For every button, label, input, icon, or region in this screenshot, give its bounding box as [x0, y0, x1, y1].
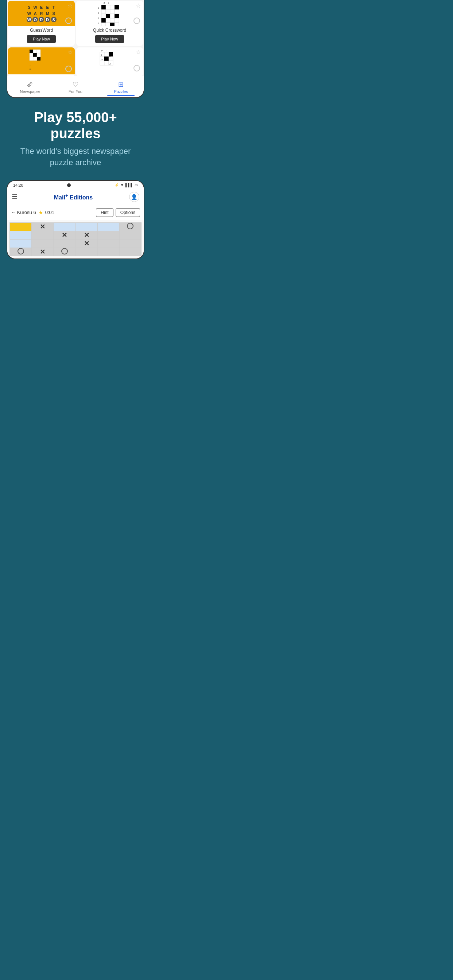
svg-rect-34 [37, 57, 40, 60]
radio-icon [65, 65, 72, 72]
svg-rect-17 [115, 14, 119, 18]
tile: E [39, 5, 44, 10]
grid-cell[interactable] [119, 231, 141, 239]
nav-newspaper[interactable]: 🗞 Newspaper [7, 80, 53, 96]
grid-cell[interactable]: ✕ [75, 239, 97, 248]
promo-subtitle: The world's biggest newspaper puzzle arc… [9, 146, 142, 169]
svg-rect-19 [106, 18, 110, 22]
grid-cell[interactable] [54, 223, 75, 231]
svg-rect-24 [110, 22, 115, 26]
grid-icon: ⊞ [118, 81, 124, 89]
guessword-play-button[interactable]: Play Now [27, 35, 56, 43]
grid-cell[interactable] [119, 248, 141, 256]
card3-svg: 1 17 22 [29, 49, 54, 75]
camera-dot [67, 183, 71, 187]
tile: S [51, 11, 57, 16]
hint-button[interactable]: Hint [96, 208, 113, 217]
star-icon: ☆ [136, 2, 141, 9]
puzzles-label: Puzzles [114, 89, 128, 94]
for-you-label: For You [69, 89, 83, 94]
grid-cell[interactable] [97, 239, 119, 248]
svg-rect-29 [30, 53, 33, 57]
options-button[interactable]: Options [116, 208, 140, 217]
star-icon: ☆ [67, 49, 73, 56]
grid-cell[interactable] [75, 223, 97, 231]
menu-icon[interactable]: ☰ [12, 193, 18, 201]
svg-text:12: 12 [100, 58, 103, 60]
grid-cell[interactable] [32, 239, 54, 248]
quick-crossword-title: Quick Crossword [93, 28, 126, 33]
back-button[interactable]: ← Kurosu 6 [11, 210, 36, 215]
grid-cell[interactable]: ✕ [75, 231, 97, 239]
quick-crossword-card: 2 3 1 4 6 8 [76, 1, 143, 46]
tile: R [39, 17, 44, 22]
radio-icon [134, 18, 140, 24]
tile: R [39, 11, 44, 16]
bottom-phone-mockup: 14:20 ⚡ ▼ ▌▌▌ ▭ ☰ Mail+ Editions 👤 ← Kur… [6, 180, 144, 259]
grid-cell[interactable] [97, 231, 119, 239]
kurosu-table: ✕ ✕ ✕ [10, 223, 142, 256]
grid-cell[interactable] [54, 239, 75, 248]
svg-rect-18 [101, 18, 106, 22]
status-time: 14:20 [13, 183, 23, 188]
tile: D [45, 17, 50, 22]
tile: E [45, 5, 50, 10]
svg-text:2: 2 [104, 2, 105, 4]
grid-cell[interactable] [75, 248, 97, 256]
grid-cell[interactable]: ✕ [32, 248, 54, 256]
svg-text:P: P [106, 49, 107, 52]
svg-rect-14 [101, 14, 106, 18]
grid-cell[interactable]: ✕ [32, 223, 54, 231]
timer-display: 0:01 [45, 210, 54, 215]
crossword-svg: 2 3 1 4 6 8 [97, 1, 123, 26]
status-bar: 14:20 ⚡ ▼ ▌▌▌ ▭ [7, 181, 144, 189]
guessword-title: GuessWord [30, 28, 53, 33]
guessword-card: S W E E T W A R M S W O R D S [8, 1, 75, 46]
grid-cell[interactable] [10, 231, 32, 239]
avatar-icon[interactable]: 👤 [129, 192, 139, 202]
grid-cell[interactable] [97, 248, 119, 256]
nav-puzzles[interactable]: ⊞ Puzzles [98, 80, 144, 96]
svg-rect-8 [110, 5, 115, 10]
table-row: ✕ [10, 248, 142, 256]
crossword-image: 2 3 1 4 6 8 [76, 1, 143, 26]
svg-text:6: 6 [98, 17, 99, 19]
table-row: ✕ [10, 223, 142, 231]
promo-section: Play 55,000+ puzzles The world's biggest… [0, 98, 151, 177]
card4-svg: P P 5 12 E A [97, 48, 123, 73]
svg-rect-6 [101, 5, 106, 10]
svg-text:22: 22 [30, 68, 31, 70]
svg-text:E: E [109, 56, 111, 57]
quick-crossword-play-button[interactable]: Play Now [95, 35, 124, 43]
grid-cell[interactable] [32, 231, 54, 239]
nav-for-you[interactable]: ♡ For You [53, 80, 99, 96]
grid-cell[interactable] [54, 248, 75, 256]
grid-cell[interactable] [10, 239, 32, 248]
svg-text:A: A [109, 63, 111, 65]
guessword-image: S W E E T W A R M S W O R D S [8, 1, 75, 26]
svg-rect-32 [30, 57, 33, 60]
grid-cell[interactable] [119, 239, 141, 248]
bluetooth-icon: ⚡ [115, 183, 119, 187]
svg-text:1: 1 [98, 7, 99, 9]
svg-rect-7 [106, 5, 110, 10]
promo-title: Play 55,000+ puzzles [9, 110, 142, 142]
grid-cell[interactable] [97, 223, 119, 231]
avatar-symbol: 👤 [131, 194, 137, 200]
svg-text:8: 8 [98, 22, 99, 24]
table-row: ✕ ✕ [10, 231, 142, 239]
back-btn-row: ← Kurosu 6 ★ 0:01 [11, 209, 54, 216]
star-icon: ☆ [67, 2, 73, 9]
svg-rect-49 [104, 61, 109, 65]
top-phone-mockup: S W E E T W A R M S W O R D S [6, 0, 144, 98]
grid-cell[interactable] [10, 223, 32, 231]
tile: O [32, 17, 38, 22]
grid-cell[interactable] [119, 223, 141, 231]
grid-cell[interactable]: ✕ [54, 231, 75, 239]
svg-rect-25 [115, 22, 119, 26]
svg-text:4: 4 [98, 12, 99, 14]
svg-rect-48 [100, 61, 104, 65]
svg-text:17: 17 [30, 65, 31, 66]
newspaper-icon: 🗞 [27, 81, 33, 89]
grid-cell[interactable] [10, 248, 32, 256]
